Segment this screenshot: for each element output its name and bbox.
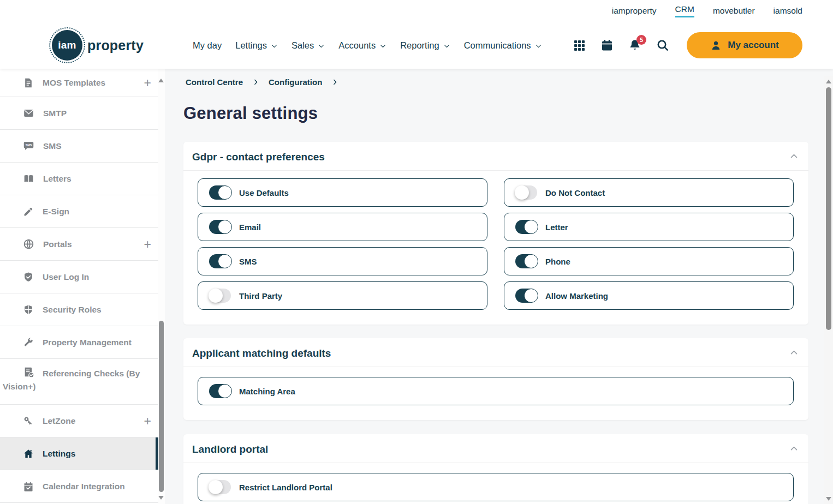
logo-wordmark: property: [87, 38, 144, 53]
topbar-link-movebutler[interactable]: movebutler: [713, 6, 755, 16]
toggle-row-sms: SMS: [198, 247, 487, 275]
breadcrumb-configuration[interactable]: Configuration: [269, 77, 322, 87]
sidebar-item-user-log-in[interactable]: User Log In: [0, 261, 158, 293]
header-icon-cluster: 5: [573, 39, 669, 52]
section-applicant-matching-defaults: Applicant matching defaults Matching Are…: [183, 338, 808, 420]
collapse-section-button[interactable]: [789, 444, 799, 455]
toggle-label: Letter: [545, 223, 568, 232]
search-icon[interactable]: [656, 39, 669, 52]
allow-marketing-toggle[interactable]: [515, 289, 537, 303]
do-not-contact-toggle[interactable]: [515, 185, 537, 200]
toggle-label: Use Defaults: [239, 188, 289, 197]
toggle-row-email: Email: [198, 213, 487, 241]
shield-check-icon: [23, 272, 34, 283]
toggle-label: Third Party: [239, 291, 282, 301]
sidebar-scrollbar-thumb[interactable]: [159, 321, 164, 492]
nav-sales[interactable]: Sales: [291, 40, 325, 51]
toggle-row-letter: Letter: [504, 213, 794, 241]
third-party-toggle[interactable]: [209, 289, 231, 303]
scroll-down-arrow-icon[interactable]: [158, 496, 164, 500]
sidebar-item-letters[interactable]: Letters: [0, 163, 158, 195]
sidebar-item-letzone[interactable]: LetZone +: [0, 405, 158, 437]
sidebar-item-portals[interactable]: Portals +: [0, 228, 158, 261]
sidebar-item-e-sign[interactable]: E-Sign: [0, 195, 158, 228]
collapse-section-button[interactable]: [789, 152, 799, 163]
restrict-landlord-portal-toggle[interactable]: [209, 480, 231, 494]
toggle-row-use-defaults: Use Defaults: [198, 178, 487, 207]
chevron-down-icon: [379, 43, 386, 50]
toggle-row-phone: Phone: [504, 247, 794, 275]
scroll-up-arrow-icon[interactable]: [158, 79, 164, 82]
topbar-link-iamsold[interactable]: iamsold: [773, 6, 802, 16]
nav-accounts[interactable]: Accounts: [338, 40, 386, 51]
sms-toggle[interactable]: [209, 254, 231, 268]
scroll-down-arrow-icon[interactable]: [826, 497, 831, 501]
document-icon: [23, 77, 34, 88]
iamproperty-logo[interactable]: iam property: [52, 30, 144, 61]
nav-lettings[interactable]: Lettings: [235, 40, 278, 51]
nav-reporting[interactable]: Reporting: [400, 40, 450, 51]
top-brand-bar: iamproperty CRM movebutler iamsold: [0, 0, 833, 22]
page-scrollbar-thumb[interactable]: [826, 87, 831, 330]
sidebar-item-lettings[interactable]: Lettings: [0, 437, 158, 470]
collapse-section-button[interactable]: [789, 348, 799, 359]
my-account-button[interactable]: My account: [687, 32, 802, 58]
toggle-label: Restrict Landlord Portal: [239, 483, 332, 492]
chevron-up-icon: [789, 444, 799, 453]
plus-icon[interactable]: +: [144, 415, 151, 427]
home-icon: [23, 448, 34, 459]
breadcrumb: Control Centre Configuration: [186, 77, 833, 87]
chevron-down-icon: [535, 43, 542, 50]
sidebar-item-property-management[interactable]: Property Management: [0, 326, 158, 359]
chevron-right-icon: [252, 79, 259, 86]
section-title: Applicant matching defaults: [183, 338, 808, 367]
chevron-up-icon: [789, 152, 799, 161]
letter-toggle[interactable]: [515, 220, 537, 234]
phone-toggle[interactable]: [515, 254, 537, 268]
person-icon: [710, 40, 722, 51]
sidebar-item-calendar-integration[interactable]: Calendar Integration: [0, 470, 158, 503]
plus-icon[interactable]: +: [144, 76, 151, 89]
app-header: iam property My day Lettings Sales Accou…: [0, 22, 833, 69]
topbar-link-crm[interactable]: CRM: [675, 4, 694, 17]
calendar-check-icon: [23, 481, 34, 492]
sidebar-item-security-roles[interactable]: Security Roles: [0, 293, 158, 326]
matching-area-toggle[interactable]: [209, 384, 231, 398]
chevron-up-icon: [789, 348, 799, 357]
nav-my-day[interactable]: My day: [193, 40, 222, 51]
email-toggle[interactable]: [209, 220, 231, 234]
toggle-label: Do Not Contact: [545, 188, 605, 197]
topbar-link-iamproperty[interactable]: iamproperty: [612, 6, 657, 16]
nav-communications[interactable]: Communications: [464, 40, 542, 51]
apps-grid-icon[interactable]: [573, 39, 586, 52]
settings-sidebar: MOS Templates + SMTP SMS SMS Letters E-S…: [0, 69, 165, 504]
section-title: Landlord portal: [183, 434, 808, 463]
page-title: General settings: [183, 104, 833, 123]
shield-icon: [23, 304, 34, 315]
sidebar-item-mos-templates[interactable]: MOS Templates +: [0, 69, 158, 97]
calendar-icon[interactable]: [600, 39, 614, 52]
toggle-row-allow-marketing: Allow Marketing: [504, 281, 794, 310]
sidebar-item-referencing-checks[interactable]: Referencing Checks (By Vision+): [0, 359, 158, 405]
notifications-bell-icon[interactable]: 5: [628, 39, 641, 52]
toggle-label: SMS: [239, 257, 257, 266]
toggle-row-restrict-landlord-portal: Restrict Landlord Portal: [198, 473, 794, 501]
use-defaults-toggle[interactable]: [209, 185, 231, 200]
sidebar-item-sms[interactable]: SMS SMS: [0, 130, 158, 163]
scroll-up-arrow-icon[interactable]: [826, 80, 831, 83]
breadcrumb-control-centre[interactable]: Control Centre: [186, 77, 243, 87]
toggle-row-third-party: Third Party: [198, 281, 487, 310]
sidebar-item-smtp[interactable]: SMTP: [0, 97, 158, 130]
sms-bubble-icon: SMS: [23, 140, 34, 152]
page-scrollbar[interactable]: [824, 76, 833, 504]
notification-count-badge: 5: [636, 35, 646, 45]
envelope-icon: [23, 107, 34, 119]
chevron-down-icon: [443, 43, 450, 50]
svg-text:SMS: SMS: [26, 143, 32, 147]
toggle-label: Allow Marketing: [545, 291, 608, 301]
toggle-row-do-not-contact: Do Not Contact: [504, 178, 794, 207]
main-content: Control Centre Configuration General set…: [165, 69, 833, 504]
plus-icon[interactable]: +: [144, 238, 151, 250]
section-landlord-portal: Landlord portal Restrict Landlord Portal: [183, 434, 808, 504]
sidebar-scrollbar[interactable]: [158, 69, 165, 504]
